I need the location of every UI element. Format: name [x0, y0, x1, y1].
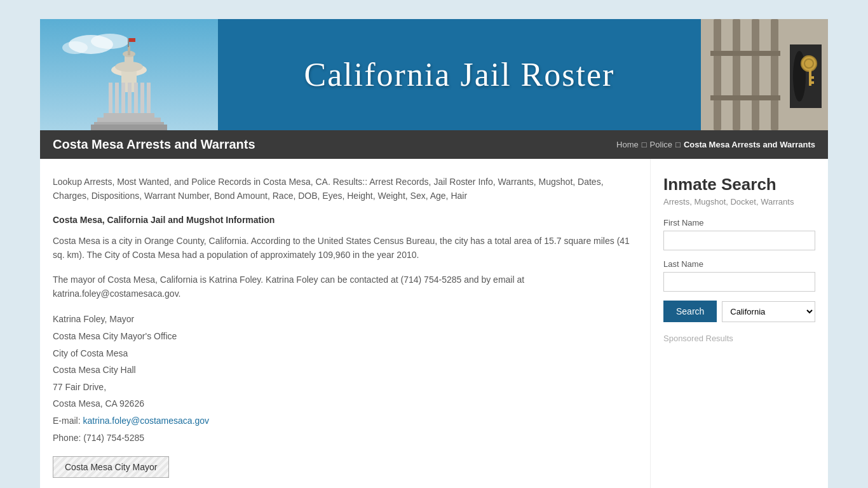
last-name-label: Last Name — [663, 259, 815, 269]
breadcrumb-current: Costa Mesa Arrests and Warrants — [684, 140, 815, 149]
header-right-image — [701, 19, 828, 130]
svg-rect-22 — [129, 38, 135, 42]
svg-rect-6 — [109, 83, 112, 114]
last-name-group: Last Name — [663, 259, 815, 292]
inmate-search-title: Inmate Search — [663, 175, 815, 194]
search-row: Search California Alabama Alaska Arizona… — [663, 301, 815, 322]
svg-rect-11 — [140, 83, 144, 114]
contact-office: Costa Mesa City Mayor's Office — [53, 328, 631, 345]
contact-email-label: E-mail: — [53, 416, 83, 426]
svg-rect-16 — [91, 125, 167, 130]
site-title: California Jail Roster — [304, 56, 615, 93]
first-name-input[interactable] — [663, 231, 815, 250]
svg-rect-35 — [809, 76, 814, 79]
svg-rect-24 — [714, 19, 721, 130]
section-heading: Costa Mesa, California Jail and Mugshot … — [53, 215, 631, 225]
first-name-label: First Name — [663, 218, 815, 227]
contact-email-link[interactable]: katrina.foley@costamesaca.gov — [83, 416, 209, 426]
nav-bar: Costa Mesa Arrests and Warrants Home □ P… — [40, 130, 828, 159]
contact-email-line: E-mail: katrina.foley@costamesaca.gov — [53, 412, 631, 430]
contact-phone: Phone: (714) 754-5285 — [53, 430, 631, 447]
inmate-search-subtitle: Arrests, Mugshot, Docket, Warrants — [663, 197, 815, 207]
main-wrapper: Lookup Arrests, Most Wanted, and Police … — [40, 159, 828, 488]
svg-point-3 — [62, 41, 88, 54]
contact-name: Katrina Foley, Mayor — [53, 311, 631, 328]
svg-rect-26 — [752, 19, 759, 130]
svg-rect-8 — [121, 83, 125, 114]
content-area: Lookup Arrests, Most Wanted, and Police … — [40, 159, 650, 488]
svg-rect-20 — [128, 46, 130, 55]
first-name-group: First Name — [663, 218, 815, 250]
contact-city: City of Costa Mesa — [53, 345, 631, 362]
body-paragraph-2: The mayor of Costa Mesa, California is K… — [53, 273, 631, 301]
svg-rect-7 — [115, 83, 119, 114]
header-left-image — [40, 19, 218, 130]
sponsored-label: Sponsored Results — [663, 334, 815, 343]
svg-rect-10 — [134, 83, 138, 114]
state-select[interactable]: California Alabama Alaska Arizona Arkans… — [722, 301, 815, 322]
breadcrumb-sep-1: □ — [642, 140, 647, 149]
cta-button[interactable]: Costa Mesa City Mayor — [53, 456, 169, 478]
body-paragraph-1: Costa Mesa is a city in Orange County, C… — [53, 234, 631, 262]
svg-point-2 — [91, 34, 129, 49]
svg-rect-36 — [809, 81, 814, 84]
svg-rect-12 — [147, 83, 151, 114]
svg-point-32 — [801, 56, 817, 71]
breadcrumb-police[interactable]: Police — [650, 140, 672, 149]
contact-block: Katrina Foley, Mayor Costa Mesa City May… — [53, 311, 631, 446]
search-button[interactable]: Search — [663, 301, 717, 322]
svg-rect-27 — [771, 19, 778, 130]
sidebar: Inmate Search Arrests, Mugshot, Docket, … — [650, 159, 828, 488]
last-name-input[interactable] — [663, 272, 815, 292]
svg-rect-9 — [128, 83, 132, 114]
nav-page-title: Costa Mesa Arrests and Warrants — [53, 137, 255, 152]
svg-rect-21 — [128, 38, 129, 47]
breadcrumb: Home □ Police □ Costa Mesa Arrests and W… — [616, 140, 815, 149]
contact-hall: Costa Mesa City Hall — [53, 362, 631, 379]
site-header: California Jail Roster — [40, 19, 828, 130]
breadcrumb-sep-2: □ — [675, 140, 681, 149]
svg-rect-25 — [733, 19, 740, 130]
svg-rect-28 — [710, 51, 780, 56]
intro-paragraph: Lookup Arrests, Most Wanted, and Police … — [53, 175, 631, 203]
header-center: California Jail Roster — [218, 19, 701, 130]
contact-city-state-zip: Costa Mesa, CA 92626 — [53, 395, 631, 412]
breadcrumb-home[interactable]: Home — [616, 140, 639, 149]
svg-rect-29 — [710, 95, 780, 100]
contact-address: 77 Fair Drive, — [53, 379, 631, 396]
